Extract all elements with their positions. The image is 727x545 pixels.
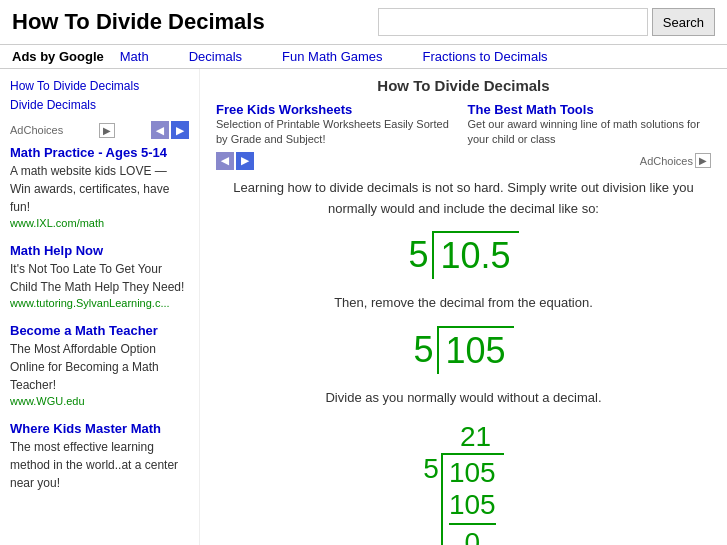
- sidebar-ad-2-title[interactable]: Math Help Now: [10, 243, 189, 258]
- sidebar-ad-choices-label: AdChoices: [10, 124, 63, 136]
- step3-note: Divide as you normally would without a d…: [216, 388, 711, 409]
- content-page-title: How To Divide Decimals: [216, 77, 711, 94]
- long-division-divisor: 5: [423, 453, 441, 485]
- content-ad-right: The Best Math Tools Get our award winnin…: [468, 102, 712, 148]
- navbar: Ads by Google Math Decimals Fun Math Gam…: [0, 45, 727, 69]
- content-ad-right-text: Get our award winning line of math solut…: [468, 117, 712, 148]
- sidebar-ad-4: Where Kids Master Math The most effectiv…: [10, 421, 189, 492]
- content-ad-left-link[interactable]: Free Kids Worksheets: [216, 102, 352, 117]
- search-input[interactable]: [378, 8, 648, 36]
- long-division-line: [449, 523, 496, 525]
- sidebar-ad-3-title[interactable]: Become a Math Teacher: [10, 323, 189, 338]
- division-inline-2: 5 105: [413, 326, 513, 374]
- sidebar-ad-1: Math Practice - Ages 5-14 A math website…: [10, 145, 189, 229]
- nav-fractions-to-decimals[interactable]: Fractions to Decimals: [423, 49, 548, 64]
- step1-dividend: 10.5: [432, 231, 518, 279]
- division-inline-1: 5 10.5: [408, 231, 518, 279]
- content-ad-left: Free Kids Worksheets Selection of Printa…: [216, 102, 460, 148]
- content-ad-nav: ◀ ▶: [216, 152, 254, 170]
- math-display-3: 21 5 105 105 0: [216, 421, 711, 545]
- content-ad-choices-label: AdChoices: [640, 155, 693, 167]
- step1-divisor: 5: [408, 234, 428, 276]
- content-ad-right-link[interactable]: The Best Math Tools: [468, 102, 594, 117]
- step2-divisor: 5: [413, 329, 433, 371]
- page-title: How To Divide Decimals: [12, 9, 265, 35]
- breadcrumb-link-2[interactable]: Divide Decimals: [10, 96, 189, 115]
- step2-note: Then, remove the decimal from the equati…: [216, 293, 711, 314]
- breadcrumb: How To Divide Decimals Divide Decimals: [10, 77, 189, 115]
- content-ad-choices: AdChoices ▶: [640, 153, 711, 168]
- breadcrumb-link-1[interactable]: How To Divide Decimals: [10, 77, 189, 96]
- sidebar-ad-2-url: www.tutoring.SylvanLearning.c...: [10, 297, 189, 309]
- sidebar-ad-choices-icon: ▶: [99, 123, 115, 138]
- search-button[interactable]: Search: [652, 8, 715, 36]
- content-ad-prev[interactable]: ◀: [216, 152, 234, 170]
- ads-by-google: Ads by Google: [12, 49, 104, 64]
- sidebar: How To Divide Decimals Divide Decimals A…: [0, 69, 200, 545]
- long-division-dividend: 105: [449, 457, 496, 489]
- sidebar-ad-3: Become a Math Teacher The Most Affordabl…: [10, 323, 189, 407]
- content-ad-next[interactable]: ▶: [236, 152, 254, 170]
- sidebar-ad-prev[interactable]: ◀: [151, 121, 169, 139]
- sidebar-ad-1-desc: A math website kids LOVE — Win awards, c…: [10, 162, 189, 216]
- nav-decimals[interactable]: Decimals: [189, 49, 242, 64]
- math-display-1: 5 10.5: [216, 231, 711, 279]
- search-box: Search: [378, 8, 715, 36]
- content-ad-left-text: Selection of Printable Worksheets Easily…: [216, 117, 460, 148]
- long-division-remainder: 0: [449, 527, 496, 545]
- long-division-row: 5 105 105 0: [423, 453, 503, 545]
- content-ad-row: Free Kids Worksheets Selection of Printa…: [216, 102, 711, 148]
- sidebar-ad-2: Math Help Now It's Not Too Late To Get Y…: [10, 243, 189, 309]
- intro-text: Learning how to divide decimals is not s…: [216, 178, 711, 220]
- nav-math[interactable]: Math: [120, 49, 149, 64]
- long-division-subtraction: 105: [449, 489, 496, 521]
- content-ad-choices-icon: ▶: [695, 153, 711, 168]
- sidebar-ad-4-title[interactable]: Where Kids Master Math: [10, 421, 189, 436]
- sidebar-ad-1-url: www.IXL.com/math: [10, 217, 189, 229]
- sidebar-ad-3-url: www.WGU.edu: [10, 395, 189, 407]
- sidebar-ad-choices-bar: AdChoices ▶ ◀ ▶: [10, 121, 189, 139]
- long-division-quotient: 21: [447, 421, 503, 453]
- math-display-2: 5 105: [216, 326, 711, 374]
- content-area: How To Divide Decimals Free Kids Workshe…: [200, 69, 727, 545]
- sidebar-ad-4-desc: The most effective learning method in th…: [10, 438, 189, 492]
- long-division-right: 105 105 0: [441, 453, 504, 545]
- sidebar-ad-1-title[interactable]: Math Practice - Ages 5-14: [10, 145, 189, 160]
- step2-dividend: 105: [437, 326, 513, 374]
- header: How To Divide Decimals Search: [0, 0, 727, 45]
- sidebar-ad-3-desc: The Most Affordable Option Online for Be…: [10, 340, 189, 394]
- sidebar-ad-nav: ◀ ▶: [151, 121, 189, 139]
- sidebar-ad-2-desc: It's Not Too Late To Get Your Child The …: [10, 260, 189, 296]
- nav-fun-math-games[interactable]: Fun Math Games: [282, 49, 382, 64]
- main-layout: How To Divide Decimals Divide Decimals A…: [0, 69, 727, 545]
- content-ad-row-bar: ◀ ▶ AdChoices ▶: [216, 152, 711, 170]
- long-division: 21 5 105 105 0: [423, 421, 503, 545]
- sidebar-ad-next[interactable]: ▶: [171, 121, 189, 139]
